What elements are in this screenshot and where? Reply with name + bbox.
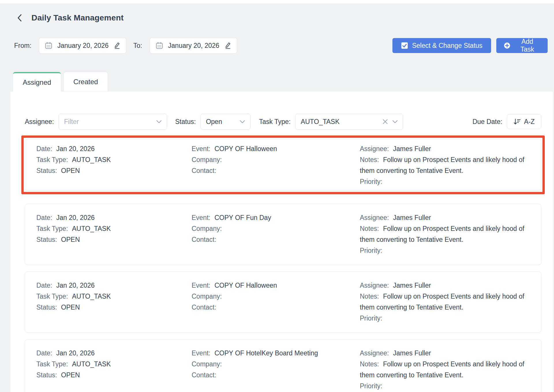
daily-task-management-page: Daily Task Management From: January 20, … bbox=[0, 3, 554, 392]
task-date: Date:Jan 20, 2026 bbox=[36, 143, 192, 154]
sort-az-button[interactable]: A-Z bbox=[507, 114, 541, 129]
list-filters-right: Due Date: A-Z bbox=[472, 114, 541, 129]
task-event: Event:COPY OF Halloween bbox=[192, 143, 360, 154]
task-status: Status:OPEN bbox=[36, 234, 192, 245]
task-notes: Notes:Follow up on Prospect Events and l… bbox=[360, 223, 539, 245]
task-type: Task Type:AUTO_TASK bbox=[36, 359, 192, 370]
task-company: Company: bbox=[192, 359, 360, 370]
task-company: Company: bbox=[192, 154, 360, 165]
calendar-icon bbox=[156, 42, 163, 49]
tab-created[interactable]: Created bbox=[64, 72, 108, 92]
chevron-down-icon bbox=[156, 120, 162, 123]
task-card[interactable]: Date:Jan 20, 2026 Task Type:AUTO_TASK St… bbox=[25, 139, 541, 191]
add-task-button[interactable]: Add Task bbox=[496, 38, 548, 53]
task-contact: Contact: bbox=[192, 370, 360, 380]
task-type-filter-value: AUTO_TASK bbox=[301, 118, 383, 126]
task-contact: Contact: bbox=[192, 234, 360, 245]
task-assignee: Assignee:James Fuller bbox=[360, 348, 539, 359]
close-icon bbox=[383, 119, 388, 124]
to-label: To: bbox=[133, 42, 142, 50]
task-contact: Contact: bbox=[192, 302, 360, 313]
tabs: Assigned Created bbox=[13, 72, 554, 92]
task-priority: Priority: bbox=[360, 176, 539, 187]
tab-content-panel: Assignee: Status: Open Task Type: AU bbox=[10, 92, 553, 392]
task-priority: Priority: bbox=[360, 313, 539, 324]
action-buttons: Select & Change Status Add Task bbox=[392, 38, 548, 53]
task-date: Date:Jan 20, 2026 bbox=[36, 348, 192, 359]
task-status: Status:OPEN bbox=[36, 370, 192, 380]
task-notes: Notes:Follow up on Prospect Events and l… bbox=[360, 291, 539, 313]
date-filters: From: January 20, 2026 To: bbox=[14, 37, 244, 54]
task-notes: Notes:Follow up on Prospect Events and l… bbox=[360, 359, 539, 380]
assignee-filter-input[interactable] bbox=[64, 118, 156, 126]
task-priority: Priority: bbox=[360, 380, 539, 391]
top-strip bbox=[0, 0, 554, 3]
due-date-label: Due Date: bbox=[472, 118, 502, 126]
task-card[interactable]: Date:Jan 20, 2026 Task Type:AUTO_TASK St… bbox=[25, 272, 541, 333]
toolbar-row: From: January 20, 2026 To: bbox=[14, 37, 548, 54]
task-priority: Priority: bbox=[360, 245, 539, 256]
select-change-status-button[interactable]: Select & Change Status bbox=[392, 38, 491, 53]
back-button[interactable] bbox=[16, 14, 23, 22]
page-header: Daily Task Management bbox=[16, 13, 554, 22]
task-notes: Notes:Follow up on Prospect Events and l… bbox=[360, 154, 539, 176]
plus-circle-icon bbox=[504, 42, 510, 49]
tab-assigned-label: Assigned bbox=[23, 78, 51, 86]
status-filter-label: Status: bbox=[175, 118, 196, 126]
task-assignee: Assignee:James Fuller bbox=[360, 280, 539, 291]
task-date: Date:Jan 20, 2026 bbox=[36, 212, 192, 223]
clear-task-type-button[interactable] bbox=[383, 119, 388, 124]
task-contact: Contact: bbox=[192, 165, 360, 176]
to-date-field[interactable]: January 20, 2026 bbox=[150, 37, 237, 54]
task-card[interactable]: Date:Jan 20, 2026 Task Type:AUTO_TASK St… bbox=[25, 204, 541, 265]
from-date-field[interactable]: January 20, 2026 bbox=[39, 37, 126, 54]
task-type-filter-dropdown[interactable]: AUTO_TASK bbox=[295, 114, 403, 130]
assignee-filter-dropdown[interactable] bbox=[59, 114, 167, 130]
edit-pencil-icon[interactable] bbox=[224, 42, 231, 49]
task-event: Event:COPY OF HotelKey Board Meeting bbox=[192, 348, 360, 359]
add-task-label: Add Task bbox=[514, 38, 540, 53]
chevron-down-icon bbox=[240, 120, 245, 123]
list-filters-left: Assignee: Status: Open Task Type: AU bbox=[25, 114, 403, 130]
assignee-filter-label: Assignee: bbox=[25, 118, 54, 126]
select-change-status-label: Select & Change Status bbox=[412, 42, 482, 50]
status-filter-dropdown[interactable]: Open bbox=[201, 114, 250, 130]
chevron-down-icon bbox=[392, 120, 398, 123]
highlighted-task-outline: Date:Jan 20, 2026 Task Type:AUTO_TASK St… bbox=[21, 135, 545, 194]
chevron-left-icon bbox=[17, 14, 22, 22]
task-date: Date:Jan 20, 2026 bbox=[36, 280, 192, 291]
task-status: Status:OPEN bbox=[36, 302, 192, 313]
task-list: Date:Jan 20, 2026 Task Type:AUTO_TASK St… bbox=[25, 135, 541, 392]
task-assignee: Assignee:James Fuller bbox=[360, 143, 539, 154]
list-filter-row: Assignee: Status: Open Task Type: AU bbox=[25, 114, 541, 130]
task-company: Company: bbox=[192, 223, 360, 234]
tab-assigned[interactable]: Assigned bbox=[13, 72, 61, 92]
task-event: Event:COPY OF Fun Day bbox=[192, 212, 360, 223]
sort-descending-icon bbox=[514, 118, 521, 125]
page-title: Daily Task Management bbox=[31, 13, 124, 22]
task-card[interactable]: Date:Jan 20, 2026 Task Type:AUTO_TASK St… bbox=[25, 339, 541, 392]
task-type: Task Type:AUTO_TASK bbox=[36, 154, 192, 165]
task-type: Task Type:AUTO_TASK bbox=[36, 291, 192, 302]
tab-created-label: Created bbox=[73, 78, 98, 86]
task-assignee: Assignee:James Fuller bbox=[360, 212, 539, 223]
task-status: Status:OPEN bbox=[36, 165, 192, 176]
task-company: Company: bbox=[192, 291, 360, 302]
from-label: From: bbox=[14, 42, 31, 50]
from-date-value: January 20, 2026 bbox=[57, 42, 109, 50]
calendar-icon bbox=[45, 42, 52, 49]
checkbox-checked-icon bbox=[401, 42, 408, 49]
task-event: Event:COPY OF Halloween bbox=[192, 280, 360, 291]
status-filter-value: Open bbox=[206, 118, 240, 126]
sort-az-label: A-Z bbox=[524, 118, 535, 126]
task-type-filter-label: Task Type: bbox=[259, 118, 291, 126]
to-date-value: January 20, 2026 bbox=[168, 42, 219, 50]
task-type: Task Type:AUTO_TASK bbox=[36, 223, 192, 234]
edit-pencil-icon[interactable] bbox=[114, 42, 120, 49]
